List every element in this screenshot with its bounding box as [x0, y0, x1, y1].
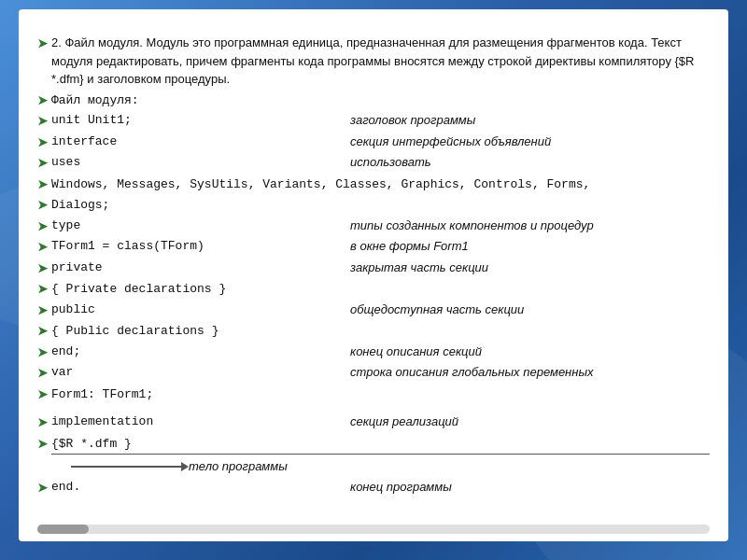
- left-col: public: [51, 301, 341, 319]
- bullet-content: privateзакрытая часть секции: [51, 259, 710, 277]
- slide-container: ➤2. Файл модуля. Модуль это программная …: [19, 9, 728, 541]
- two-col-row: end.конец программы: [51, 478, 710, 497]
- bullet-row: ➤Файл модуля:: [37, 91, 710, 110]
- bullet-content: {$R *.dfm }: [51, 434, 710, 456]
- two-col-row: end;конец описания секций: [51, 343, 710, 361]
- left-col: private: [51, 259, 341, 277]
- bullet-row: ➤unit Unit1;заголовок программы: [37, 111, 710, 131]
- body-label: тело программы: [189, 457, 288, 476]
- left-col: end;: [51, 343, 341, 361]
- bullet-content: typeтипы созданных компонентов и процеду…: [51, 217, 710, 235]
- arrow-line: [71, 466, 183, 468]
- code-line: { Public declarations }: [51, 324, 218, 338]
- bullet-row: ➤typeтипы созданных компонентов и процед…: [37, 217, 710, 236]
- two-col-row: usesиспользовать: [51, 153, 710, 172]
- code-line-underline: {$R *.dfm }: [51, 437, 132, 451]
- bullet-content: Dialogs;: [51, 195, 710, 215]
- bullet-arrow-icon: ➤: [37, 301, 48, 320]
- bullet-arrow-icon: ➤: [37, 280, 48, 299]
- left-col: var: [51, 363, 341, 382]
- content-area: ➤2. Файл модуля. Модуль это программная …: [37, 34, 710, 497]
- two-col-row: typeтипы созданных компонентов и процеду…: [51, 217, 710, 235]
- two-col-row: privateзакрытая часть секции: [51, 259, 710, 277]
- code-line: Form1: TForm1;: [51, 387, 153, 401]
- bullet-content: { Public declarations }: [51, 321, 710, 341]
- bullet-row: ➤ { Private declarations }: [37, 279, 710, 299]
- bullet-content: interfaceсекция интерфейсных объявлений: [51, 133, 710, 151]
- bullet-arrow-icon: ➤: [37, 259, 48, 278]
- bullet-row: ➤ { Public declarations }: [37, 321, 710, 341]
- bullet-arrow-icon: ➤: [37, 385, 48, 404]
- bullet-content: usesиспользовать: [51, 153, 710, 172]
- bullet-row: ➤end.конец программы: [37, 478, 710, 497]
- code-line: Файл модуля:: [51, 93, 139, 107]
- bullet-arrow-icon: ➤: [37, 343, 48, 362]
- bullet-content: publicобщедоступная часть секции: [51, 301, 710, 319]
- bullet-row: ➤ Windows, Messages, SysUtils, Variants,…: [37, 175, 710, 194]
- bullet-arrow-icon: ➤: [37, 413, 48, 432]
- right-col: строка описания глобальных переменных: [341, 363, 710, 382]
- right-col: конец описания секций: [341, 343, 710, 361]
- bullet-arrow-icon: ➤: [37, 175, 48, 194]
- right-col: закрытая часть секции: [341, 259, 710, 277]
- arrow-body-row: тело программы: [54, 457, 710, 476]
- bullet-arrow-icon: ➤: [37, 35, 48, 53]
- left-col: unit Unit1;: [51, 111, 341, 130]
- bullet-row: ➤ end;конец описания секций: [37, 343, 710, 362]
- left-col: uses: [51, 153, 341, 172]
- bullet-row: ➤implementationсекция реализаций: [37, 413, 710, 432]
- two-col-row: implementationсекция реализаций: [51, 413, 710, 431]
- bullet-content: 2. Файл модуля. Модуль это программная е…: [51, 34, 710, 89]
- right-col: секция интерфейсных объявлений: [341, 133, 710, 151]
- bullet-row: ➤ privateзакрытая часть секции: [37, 259, 710, 278]
- underline-row: {$R *.dfm }: [51, 434, 710, 455]
- left-col: end.: [51, 478, 341, 497]
- right-col: использовать: [341, 153, 710, 172]
- bullet-content: Файл модуля:: [51, 91, 710, 110]
- bullet-row: ➤interfaceсекция интерфейсных объявлений: [37, 133, 710, 152]
- bullet-arrow-icon: ➤: [37, 322, 48, 341]
- right-col: типы созданных компонентов и процедур: [341, 217, 710, 235]
- two-col-row: varстрока описания глобальных переменных: [51, 363, 710, 382]
- right-col: конец программы: [341, 478, 710, 497]
- bullet-row: ➤ TForm1 = class(TForm)в окне формы Form…: [37, 237, 710, 257]
- bullet-arrow-icon: ➤: [37, 112, 48, 131]
- bullet-row: ➤ Dialogs;: [37, 195, 710, 215]
- bullet-row: ➤2. Файл модуля. Модуль это программная …: [37, 34, 710, 89]
- right-col: общедоступная часть секции: [341, 301, 710, 319]
- bullet-arrow-icon: ➤: [37, 154, 48, 173]
- bullet-content: Windows, Messages, SysUtils, Variants, C…: [51, 175, 710, 194]
- bullet-content: TForm1 = class(TForm)в окне формы Form1: [51, 237, 710, 256]
- bullet-content: varстрока описания глобальных переменных: [51, 363, 710, 382]
- code-line: { Private declarations }: [51, 282, 226, 296]
- bullet-arrow-icon: ➤: [37, 238, 48, 257]
- left-col: implementation: [51, 413, 341, 431]
- bullet-row: ➤ publicобщедоступная часть секции: [37, 301, 710, 320]
- bullet-arrow-icon: ➤: [37, 91, 48, 110]
- bullet-content: Form1: TForm1;: [51, 385, 710, 404]
- bullet-row: ➤usesиспользовать: [37, 153, 710, 173]
- right-col: секция реализаций: [341, 413, 710, 431]
- two-col-row: interfaceсекция интерфейсных объявлений: [51, 133, 710, 151]
- bullet-arrow-icon: ➤: [37, 133, 48, 152]
- bullet-arrow-icon: ➤: [37, 196, 48, 215]
- bullet-content: end;конец описания секций: [51, 343, 710, 361]
- code-line: Windows, Messages, SysUtils, Variants, C…: [51, 177, 590, 191]
- bullet-content: { Private declarations }: [51, 279, 710, 299]
- bullet-arrow-icon: ➤: [37, 435, 48, 454]
- left-col: type: [51, 217, 341, 235]
- left-col: interface: [51, 133, 341, 151]
- two-col-row: publicобщедоступная часть секции: [51, 301, 710, 319]
- bullet-content: implementationсекция реализаций: [51, 413, 710, 431]
- two-col-row: unit Unit1;заголовок программы: [51, 111, 710, 130]
- bullet-content: end.конец программы: [51, 478, 710, 497]
- code-line: Dialogs;: [51, 198, 109, 212]
- bullet-arrow-icon: ➤: [37, 479, 48, 497]
- right-col: заголовок программы: [341, 111, 710, 130]
- bullet-arrow-icon: ➤: [37, 217, 48, 236]
- bullet-arrow-icon: ➤: [37, 364, 48, 383]
- two-col-row: TForm1 = class(TForm)в окне формы Form1: [51, 237, 710, 256]
- left-col: TForm1 = class(TForm): [51, 237, 341, 256]
- bullet-content: unit Unit1;заголовок программы: [51, 111, 710, 130]
- bullet-row: ➤{$R *.dfm }: [37, 434, 710, 456]
